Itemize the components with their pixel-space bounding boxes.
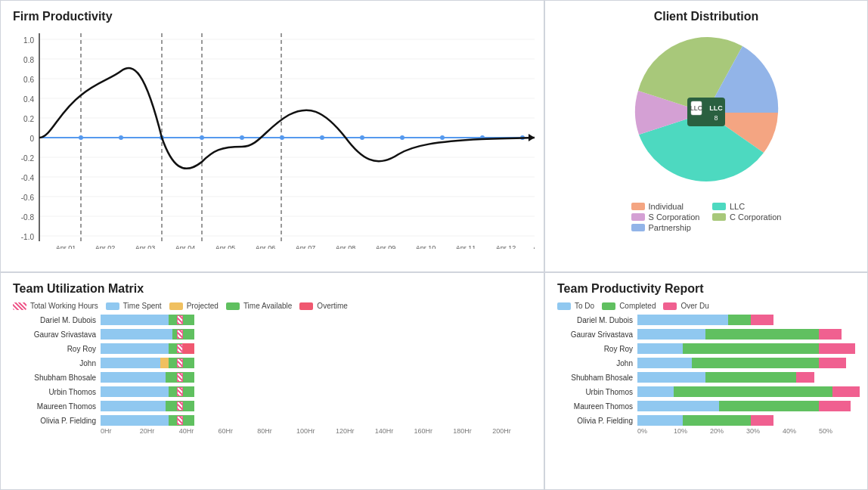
utilization-bar-row: Shubham Bhosale <box>13 372 532 383</box>
axis-label: 80Hr <box>257 427 296 435</box>
total-hours-marker <box>177 402 183 411</box>
team-utilization-legend: Total Working Hours Time Spent Projected… <box>13 302 532 310</box>
svg-text:Apr: Apr <box>533 244 535 249</box>
legend-completed: Completed <box>602 302 656 310</box>
productivity-bar-row: Shubham Bhosale <box>557 372 855 383</box>
total-hours-marker <box>177 358 183 368</box>
prod-bar-track <box>637 343 855 354</box>
individual-label: Individual <box>649 202 684 211</box>
bar-seg-timespent <box>101 343 169 354</box>
axis-label: 10% <box>674 427 710 435</box>
utilization-bar-row: Roy Roy <box>13 343 532 354</box>
svg-text:0: 0 <box>29 135 34 143</box>
legend-llc: LLC <box>712 202 781 211</box>
utilization-bar-row: Olivia P. Fielding <box>13 415 532 426</box>
client-distribution-panel: Client Distribution LLC LLC 8 <box>544 0 868 272</box>
partnership-swatch <box>631 224 645 231</box>
team-productivity-title: Team Productivity Report <box>557 282 855 296</box>
legend-ccorp: C Corporation <box>712 212 781 222</box>
total-hours-marker <box>177 330 183 339</box>
productivity-axis: 0%10%20%30%40%50% <box>637 427 855 435</box>
bar-track <box>101 401 532 411</box>
svg-text:-0.8: -0.8 <box>21 213 35 222</box>
svg-marker-53 <box>529 134 535 141</box>
bar-track <box>101 343 532 354</box>
utilization-bar-row: John <box>13 358 532 368</box>
prod-bar-seg <box>705 372 796 383</box>
legend-todo-label: To Do <box>575 302 594 310</box>
prod-bar-row-label: John <box>557 359 633 368</box>
svg-text:Apr 05: Apr 05 <box>215 244 236 249</box>
individual-swatch <box>631 203 645 210</box>
total-hours-marker <box>177 344 183 353</box>
prod-bar-row-label: Shubham Bhosale <box>557 374 633 382</box>
axis-label: 200Hr <box>492 427 532 435</box>
bar-seg-overtime <box>182 343 194 354</box>
bar-row-label: Roy Roy <box>13 345 96 353</box>
svg-text:Apr 01: Apr 01 <box>56 244 76 249</box>
prod-bar-seg <box>637 329 705 340</box>
productivity-bar-row: Olivia P. Fielding <box>557 415 855 426</box>
axis-label: 0Hr <box>101 427 140 435</box>
axis-label: 180Hr <box>453 427 492 435</box>
bar-row-label: Urbin Thomos <box>13 388 96 396</box>
svg-point-50 <box>440 135 445 140</box>
productivity-bar-row: Roy Roy <box>557 343 855 354</box>
team-productivity-panel: Team Productivity Report To Do Completed… <box>544 272 868 490</box>
svg-text:Apr 09: Apr 09 <box>376 244 396 249</box>
axis-label: 0% <box>637 427 674 435</box>
prod-bar-row-label: Roy Roy <box>557 345 633 353</box>
prod-bar-seg <box>751 315 773 325</box>
scorp-label: S Corporation <box>649 212 700 222</box>
axis-label: 160Hr <box>414 427 454 435</box>
svg-text:Apr 02: Apr 02 <box>95 244 116 249</box>
prod-bar-seg <box>637 415 683 426</box>
bar-seg-timespent <box>101 372 166 383</box>
prod-bar-seg <box>637 372 705 383</box>
svg-point-48 <box>360 135 364 140</box>
utilization-bar-row: Urbin Thomos <box>13 386 532 397</box>
prod-bar-track <box>637 415 855 426</box>
total-hours-marker <box>177 416 183 425</box>
svg-text:Apr 12: Apr 12 <box>496 244 516 249</box>
legend-overdue-label: Over Du <box>680 302 708 310</box>
axis-label: 50% <box>819 427 855 435</box>
prod-bar-row-label: Dariel M. Dubois <box>557 316 633 324</box>
svg-text:-0.2: -0.2 <box>21 154 35 163</box>
svg-text:Apr 06: Apr 06 <box>256 244 276 249</box>
svg-text:0.4: 0.4 <box>23 95 34 104</box>
axis-label: 40% <box>783 427 819 435</box>
prod-bar-track <box>637 401 855 411</box>
llc-label: LLC <box>730 202 745 211</box>
bar-row-label: Gaurav Srivastava <box>13 330 96 339</box>
prod-bar-seg <box>692 358 819 368</box>
svg-point-49 <box>400 135 405 140</box>
axis-label: 40Hr <box>179 427 219 435</box>
ccorp-label: C Corporation <box>730 212 781 222</box>
ccorp-swatch <box>712 213 726 221</box>
svg-text:Apr 10: Apr 10 <box>416 244 436 249</box>
productivity-bar-row: Urbin Thomos <box>557 386 855 397</box>
legend-total-label: Total Working Hours <box>30 302 98 310</box>
svg-point-41 <box>79 135 83 140</box>
svg-text:Apr 08: Apr 08 <box>336 244 356 249</box>
legend-projected: Projected <box>169 302 219 310</box>
bar-row-label: Dariel M. Dubois <box>13 316 96 324</box>
bar-track <box>101 329 532 340</box>
legend-time-spent: Time Spent <box>106 302 162 310</box>
prod-bar-seg <box>683 343 819 354</box>
team-utilization-panel: Team Utilization Matrix Total Working Ho… <box>0 272 544 490</box>
svg-text:Apr 03: Apr 03 <box>135 244 156 249</box>
prod-bar-row-label: Olivia P. Fielding <box>557 417 633 425</box>
svg-text:LLC: LLC <box>690 104 703 112</box>
axis-label: 100Hr <box>296 427 336 435</box>
prod-bar-row-label: Gaurav Srivastava <box>557 330 633 339</box>
prod-bar-seg <box>728 315 751 325</box>
total-hours-marker <box>177 315 183 324</box>
total-hours-marker <box>177 373 183 382</box>
prod-bar-track <box>637 315 855 325</box>
svg-text:Apr 11: Apr 11 <box>456 244 476 249</box>
svg-point-42 <box>119 135 123 140</box>
legend-overtime: Overtime <box>299 302 348 310</box>
legend-partnership: Partnership <box>631 223 700 232</box>
